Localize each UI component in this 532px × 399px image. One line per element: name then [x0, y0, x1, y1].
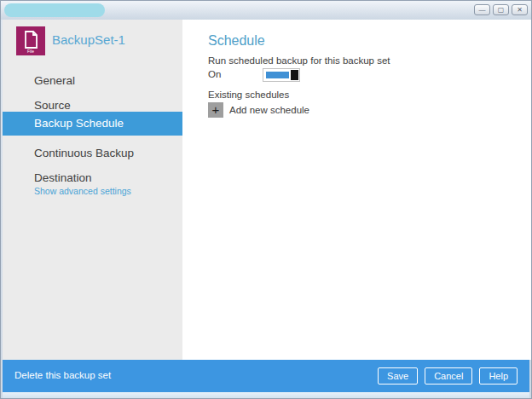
window-title-highlight [4, 3, 105, 17]
footer-bar: Delete this backup set Save Cancel Help [3, 360, 529, 392]
add-new-schedule-button[interactable]: + Add new schedule [208, 102, 309, 118]
file-backupset-icon: File [16, 26, 45, 55]
window-controls: — ▢ ✕ [474, 4, 528, 15]
maximize-button[interactable]: ▢ [493, 4, 509, 15]
backup-set-name: BackupSet-1 [52, 32, 125, 47]
minimize-button[interactable]: — [474, 4, 490, 15]
main-panel: Schedule Run scheduled backup for this b… [182, 20, 531, 360]
footer-buttons: Save Cancel Help [378, 367, 518, 385]
run-scheduled-backup-label: Run scheduled backup for this backup set [208, 55, 390, 66]
sidebar-item-backup-schedule[interactable]: Backup Schedule [3, 112, 182, 136]
app-window: — ▢ ✕ File BackupSet-1 General Source Ba… [0, 0, 532, 399]
existing-schedules-label: Existing schedules [208, 90, 289, 100]
cancel-button[interactable]: Cancel [425, 367, 472, 385]
plus-icon[interactable]: + [208, 102, 223, 118]
titlebar: — ▢ ✕ [1, 1, 531, 20]
window-bottom-border [3, 392, 529, 398]
toggle-state-label: On [208, 69, 221, 79]
delete-backup-set-link[interactable]: Delete this backup set [14, 370, 111, 380]
show-advanced-settings-link[interactable]: Show advanced settings [34, 186, 131, 196]
toggle-knob[interactable] [291, 70, 298, 80]
page-title: Schedule [208, 33, 265, 49]
save-button[interactable]: Save [378, 367, 418, 385]
file-icon-label: File [27, 49, 34, 54]
sidebar-item-continuous-backup[interactable]: Continuous Backup [3, 142, 182, 165]
add-new-schedule-label: Add new schedule [229, 105, 309, 115]
sidebar-item-general[interactable]: General [3, 69, 182, 93]
help-button[interactable]: Help [479, 367, 518, 385]
toggle-fill [266, 72, 289, 78]
close-button[interactable]: ✕ [512, 4, 528, 15]
sidebar: File BackupSet-1 General Source Backup S… [3, 20, 182, 360]
scheduled-backup-toggle[interactable] [263, 68, 300, 82]
